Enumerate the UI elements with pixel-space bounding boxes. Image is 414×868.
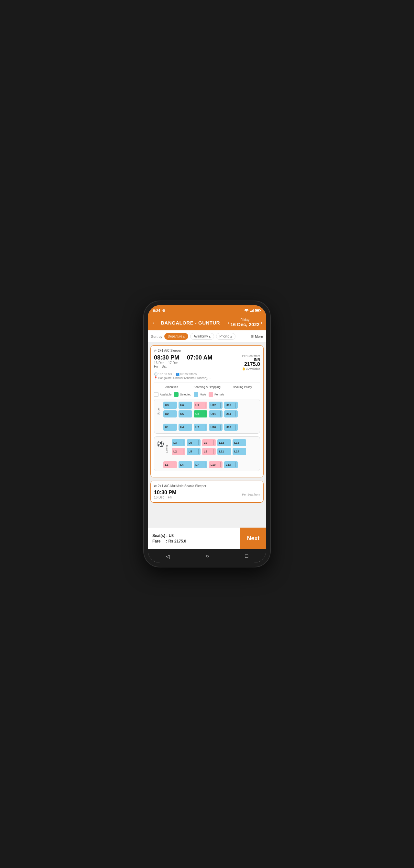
upper-row-1: U3 U6 U9 U12 U15 xyxy=(163,402,257,409)
upper-label: Upper xyxy=(157,402,160,421)
seats-colon: : xyxy=(166,533,168,538)
seat-U14[interactable]: U14 xyxy=(224,410,238,417)
currency-label: INR xyxy=(242,358,260,362)
seat-L2[interactable]: L2 xyxy=(172,448,185,455)
nav-recents-icon[interactable]: □ xyxy=(245,553,248,559)
wifi-icon xyxy=(244,309,249,312)
seats-selected-row: Seat(s) : U8 xyxy=(152,533,236,538)
status-time: 0:24 xyxy=(153,309,160,313)
available-count: 🤚 3 Available xyxy=(242,367,260,371)
sort-label: Sort by xyxy=(151,335,162,338)
selected-legend-box xyxy=(174,392,178,397)
booking-tab[interactable]: Booking Policy xyxy=(225,384,260,390)
bus-type-2-label: ⇌ 2+1 A/C MultiAxle Scania Sleeper xyxy=(154,484,260,488)
seat-L9[interactable]: L9 xyxy=(202,439,216,446)
seats-label: Seat(s) xyxy=(152,533,165,538)
bottom-bar: Seat(s) : U8 Fare : Rs 2175.0 Next xyxy=(148,527,266,549)
bus-type-label: ⇌ 2+1 A/C Sleeper xyxy=(154,349,260,352)
prev-date-button[interactable]: ‹ xyxy=(228,320,229,325)
next-button[interactable]: Next xyxy=(240,528,266,549)
route-stops: 📍 Bangalore, Chittoor (Andhra Pradesh), … xyxy=(154,376,260,380)
signal-icon xyxy=(250,309,254,312)
date-main: 16 Dec, 2022 xyxy=(230,321,260,327)
seat-L12[interactable]: L12 xyxy=(217,439,231,446)
lower-row-1: L3 L6 L9 L12 L15 xyxy=(172,439,257,446)
arr-day: Sat xyxy=(162,365,167,368)
nav-back-icon[interactable]: ◁ xyxy=(166,553,170,559)
seat-U10[interactable]: U10 xyxy=(209,424,222,431)
seat-L14[interactable]: L14 xyxy=(233,448,246,455)
seat-U6[interactable]: U6 xyxy=(178,402,192,409)
seat-U5[interactable]: U5 xyxy=(178,410,192,417)
battery-icon xyxy=(255,309,261,312)
seat-L7[interactable]: L7 xyxy=(194,461,207,468)
more-filter-button[interactable]: ⊞ More xyxy=(251,334,263,338)
rest-stops: 0 Rest Stops xyxy=(180,372,197,376)
seat-L13[interactable]: L13 xyxy=(224,461,238,468)
seat-L3[interactable]: L3 xyxy=(172,439,185,446)
seat-U9[interactable]: U9 xyxy=(194,402,207,409)
seat-L5[interactable]: L5 xyxy=(187,448,201,455)
lower-berth-section: ⚽ Lower L3 L6 L9 L12 xyxy=(154,436,260,471)
price-amount: 2175.0 xyxy=(242,362,260,367)
departure-time: 08:30 PM xyxy=(154,354,179,361)
seat-U13[interactable]: U13 xyxy=(224,424,238,431)
seat-U8[interactable]: U8 xyxy=(194,410,207,417)
fare-value: Rs 2175.0 xyxy=(168,539,186,544)
seat-U1[interactable]: U1 xyxy=(163,424,177,431)
seat-U3[interactable]: U3 xyxy=(163,402,177,409)
date-day: Friday xyxy=(230,318,260,321)
bus-type-icon: ⇌ xyxy=(154,349,157,352)
dep-date: 16 Dec xyxy=(154,361,164,365)
seat-L6[interactable]: L6 xyxy=(187,439,201,446)
dep-day: Fri xyxy=(154,365,158,368)
fare-colon xyxy=(162,539,165,544)
nav-home-icon[interactable]: ○ xyxy=(206,553,209,559)
route-info: 🕐 10 : 30 hrs 👥 0 Rest Stops xyxy=(154,372,260,376)
lower-row-3: L1 L4 L7 L10 L13 xyxy=(163,461,257,468)
arr-date: 17 Dec xyxy=(168,361,178,365)
arrival-time: 07:00 AM xyxy=(187,354,212,361)
seat-U11[interactable]: U11 xyxy=(209,410,222,417)
seat-L8[interactable]: L8 xyxy=(202,448,216,455)
back-button[interactable]: ← xyxy=(152,319,158,327)
svg-rect-2 xyxy=(251,311,252,312)
female-legend-label: Female xyxy=(214,393,224,396)
seat-U4[interactable]: U4 xyxy=(178,424,192,431)
price-section: Per Seat from INR 2175.0 🤚 3 Available xyxy=(242,354,260,371)
sort-availability-button[interactable]: Availibility ▴ xyxy=(190,333,214,340)
fare-colon-sym: : xyxy=(166,539,167,544)
gear-icon: ⚙ xyxy=(162,309,165,313)
upper-row-3: U1 U4 U7 U10 U13 xyxy=(163,424,257,431)
bus-card-1: ⇌ 2+1 A/C Sleeper 08:30 PM 07:00 AM 16 D… xyxy=(150,345,264,477)
seat-L4[interactable]: L4 xyxy=(178,461,192,468)
seat-U7[interactable]: U7 xyxy=(194,424,207,431)
bus-card-2: ⇌ 2+1 A/C MultiAxle Scania Sleeper 10:30… xyxy=(150,480,264,503)
svg-rect-6 xyxy=(256,310,260,312)
fare-label: Fare xyxy=(152,539,161,544)
seat-U12[interactable]: U12 xyxy=(209,402,222,409)
seat-U2[interactable]: U2 xyxy=(163,410,177,417)
amenities-tab[interactable]: Amenities xyxy=(154,384,189,390)
seat-value: U8 xyxy=(169,533,174,538)
upper-row-2: U2 U5 U8 U11 U14 xyxy=(163,410,257,417)
sort-bar: Sort by Departure ▴ Availibility ▴ Prici… xyxy=(148,330,266,343)
route-title: BANGALORE - GUNTUR xyxy=(161,320,220,326)
timing-section: 08:30 PM 07:00 AM 16 Dec 17 Dec Fri Sat xyxy=(154,354,212,368)
bus-type-2-icon: ⇌ xyxy=(154,484,157,488)
available-legend-box xyxy=(154,392,159,397)
header: ← BANGALORE - GUNTUR ‹ Friday 16 Dec, 20… xyxy=(148,315,266,330)
seat-L1[interactable]: L1 xyxy=(163,461,177,468)
seat-U15[interactable]: U15 xyxy=(224,402,238,409)
amenities-tabs: Amenities Boarding & Dropping Booking Po… xyxy=(154,382,260,390)
soccer-icon: ⚽ xyxy=(157,440,164,447)
next-date-button[interactable]: › xyxy=(261,320,262,325)
female-legend-box xyxy=(209,392,213,397)
seat-L15[interactable]: L15 xyxy=(233,439,246,446)
seat-L11[interactable]: L11 xyxy=(217,448,231,455)
seat-L10[interactable]: L10 xyxy=(209,461,222,468)
sort-pricing-button[interactable]: Pricing ▴ xyxy=(216,333,236,340)
selected-legend-label: Selected xyxy=(180,393,191,396)
boarding-tab[interactable]: Boarding & Dropping xyxy=(189,384,225,390)
sort-departure-button[interactable]: Departure ▴ xyxy=(164,333,188,340)
